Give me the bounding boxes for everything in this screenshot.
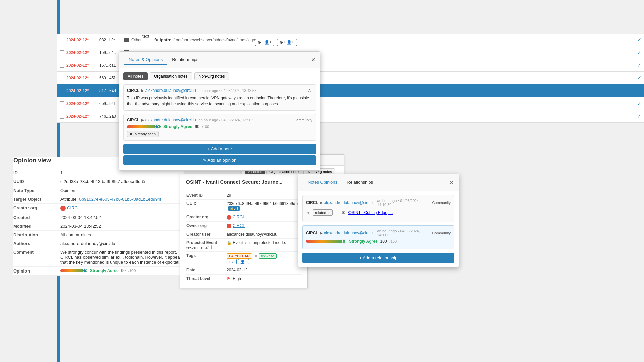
- tag-add-btn[interactable]: + ⊕: [227, 259, 237, 264]
- note-distribution: All: [308, 88, 312, 93]
- toolbar-btn-1[interactable]: ⊕+ 👤+: [255, 39, 274, 46]
- opinion-distribution: Community: [432, 231, 451, 235]
- opinion-arrow: ▶: [320, 231, 323, 235]
- event-row-creator: Creator org CIRCL: [186, 213, 302, 222]
- email-icon: ✉: [342, 210, 345, 215]
- add-note-button[interactable]: + Add a note: [123, 144, 316, 154]
- event-field-label: Protected Event (experimental) ℹ: [186, 238, 226, 251]
- row-checkbox[interactable]: [60, 101, 64, 106]
- row-checkbox[interactable]: [60, 50, 64, 55]
- event-row-tags: Tags PAP:CLEAR ✕ tlp:white ✕ + ⊕ 👤+: [186, 251, 302, 266]
- row-icon: [124, 38, 129, 42]
- filter-org-notes[interactable]: Organisation notes: [150, 72, 192, 80]
- opinion-track: [127, 125, 161, 128]
- opinion-label: Strongly Agree: [163, 124, 192, 129]
- add-bar: + Add a note ✎ Add an opinion: [123, 144, 316, 165]
- opinion-field-label: Distribution: [13, 230, 60, 239]
- filter-nonorg-notes[interactable]: Non-Org notes: [194, 72, 229, 80]
- note-entry-2: CIRCL ▶ alexandre.dulaunoy@circl.lu an h…: [123, 114, 316, 141]
- event-field-label: Tags: [186, 251, 226, 266]
- tag-add-btn2[interactable]: 👤+: [238, 259, 249, 264]
- event-field-value: PAP:CLEAR ✕ tlp:white ✕ + ⊕ 👤+: [226, 251, 302, 266]
- opinion-score: 90: [121, 268, 126, 273]
- opinion-row-target: Target Object Attribute: 6b91027e-e603-4…: [13, 195, 184, 204]
- row-field-value: /root/home/webserver/htdocs/04/na/imgs/l…: [173, 38, 263, 42]
- opinion-row-notetype: Note Type Opinion: [13, 186, 184, 195]
- opinion-field-label: Modified: [13, 222, 60, 230]
- opinion-field-value: Attribute: 6b91027e-e603-47b6-81b5-3ad1b…: [60, 195, 184, 204]
- tab-notes-opinions-2[interactable]: Notes Opinions: [303, 178, 342, 187]
- event-field-label: Date: [186, 266, 226, 274]
- copy-icon[interactable]: ⧉: [142, 179, 145, 184]
- tab-relationships[interactable]: Relationships: [167, 55, 203, 65]
- circl-logo: [227, 215, 231, 220]
- opinion-field-label: Note Type: [13, 186, 60, 195]
- event-field-value: 2024-02-12: [226, 266, 302, 274]
- row-date: 2024-02-12*: [66, 50, 97, 55]
- sa-track: [306, 240, 346, 243]
- event-field-value: 29: [226, 191, 302, 200]
- note-arrow: ▶: [141, 118, 144, 122]
- toolbar-btn-2[interactable]: ⊕+ 👤+: [277, 39, 297, 46]
- event-field-label: Event ID: [186, 191, 226, 200]
- tab-notes-opinions[interactable]: Notes & Opinions: [124, 55, 167, 65]
- text-label: text: [142, 34, 149, 39]
- threat-level-value: High: [233, 276, 241, 281]
- toolbar: ⊕+ 👤+ ⊕+ 👤+: [255, 39, 297, 46]
- creator-org-link[interactable]: CIRCL: [67, 205, 80, 210]
- row-checkbox[interactable]: [60, 76, 64, 80]
- event-row-creator-user: Creator user alexandre.dulaunoy@circl.lu: [186, 230, 302, 238]
- event-row-threat: Threat Level ⚑ High: [186, 274, 302, 283]
- opinion-field-value: Opinion: [60, 186, 184, 195]
- opinion-field-value: 2024-03-04 13:42:52: [60, 222, 184, 230]
- note-org: CIRCL: [127, 88, 140, 93]
- opinion-unit: /100: [128, 269, 136, 273]
- owner-link[interactable]: CIRCL: [233, 223, 245, 228]
- add-opinion-button[interactable]: ✎ Add an opinion: [123, 155, 316, 165]
- creator-link[interactable]: CIRCL: [233, 215, 245, 219]
- left-arrow-icon: ◄: [306, 210, 310, 215]
- row-checked-icon: ✓: [637, 62, 641, 68]
- tag-close-tlp[interactable]: ✕: [279, 254, 282, 258]
- target-link[interactable]: 6b91027e-e603-47b6-81b5-3ad1b1ed994f: [79, 197, 161, 202]
- row-checked-icon: ✓: [637, 49, 641, 56]
- filter-all-notes[interactable]: All notes: [123, 72, 148, 80]
- opinion-field-label: Target Object: [13, 195, 60, 204]
- close-icon[interactable]: ✕: [449, 179, 454, 186]
- opinion-score-bar: Strongly Agree 90 /100: [60, 268, 184, 273]
- opinion-row-modified: Modified 2024-03-04 13:42:52: [13, 222, 184, 230]
- relationship-row: ◄ related-to → ✉ OSINT - Cutting Edge, .…: [306, 209, 451, 216]
- row-checkbox[interactable]: [60, 63, 64, 68]
- event-field-value: 233c76c8-f94a-4ff7-9664-b666618e9de4 🔒0 …: [226, 200, 302, 213]
- tag-pap-clear: PAP:CLEAR: [227, 253, 252, 259]
- add-relationship-button[interactable]: + Add a relationship: [302, 253, 454, 263]
- rel-arrow: ▶: [320, 200, 323, 205]
- row-checked-icon: ✓: [637, 37, 641, 43]
- tag-close-pap[interactable]: ✕: [254, 254, 257, 258]
- opinion-field-label: Opinion: [13, 266, 60, 275]
- row-date: 2024-02-12*: [66, 114, 97, 119]
- row-checkbox[interactable]: [60, 88, 64, 93]
- opinion-field-value: CIRCL: [60, 204, 184, 213]
- row-checkbox[interactable]: [60, 114, 64, 119]
- note-entry-1: CIRCL ▶ alexandre.dulaunoy@circl.lu an h…: [123, 84, 316, 111]
- event-field-label: Creator user: [186, 230, 226, 238]
- note-arrow: ▶: [141, 88, 144, 93]
- threat-icon: ⚑: [227, 276, 230, 281]
- opinion-user: alexandre.dulaunoy@circl.lu: [324, 231, 375, 235]
- rel-org: CIRCL: [306, 200, 318, 205]
- relationship-link[interactable]: OSINT - Cutting Edge, ...: [348, 210, 393, 215]
- note-org: CIRCL: [127, 118, 140, 122]
- event-row-owner: Owner org CIRCL: [186, 221, 302, 230]
- opinion-row-uuid: UUID cf2dd38a-23cb-4b13-baf9-89c1a6eecd6…: [13, 177, 184, 186]
- opinion-thumb: [155, 125, 159, 129]
- row-checked-icon: ✓: [637, 75, 641, 81]
- close-icon[interactable]: ✕: [311, 57, 315, 63]
- tab-relationships-2[interactable]: Relationships: [342, 178, 378, 187]
- opinion-table: ID 1 UUID cf2dd38a-23cb-4b13-baf9-89c1a6…: [13, 169, 184, 276]
- info-icon: ℹ: [211, 245, 212, 250]
- row-date: 2024-02-12*: [66, 101, 97, 106]
- opinion-field-value: Strongly Agree 90 /100: [60, 266, 184, 275]
- row-checkbox[interactable]: [60, 38, 64, 42]
- modal-notes-opinions-1: Notes & Opinions Relationships ✕ All not…: [119, 51, 320, 171]
